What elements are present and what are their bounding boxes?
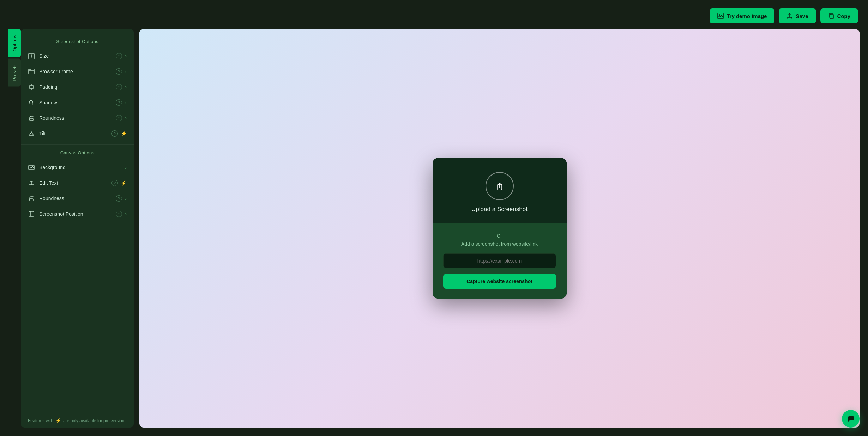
size-chevron: › <box>125 53 127 59</box>
capture-button[interactable]: Capture website screenshot <box>443 274 556 289</box>
edit-text-label: Edit Text <box>39 180 107 186</box>
copy-icon <box>828 13 834 19</box>
padding-chevron: › <box>125 84 127 90</box>
tilt-pro-badge: ⚡ <box>121 131 127 136</box>
background-controls: › <box>125 165 127 170</box>
roundness-controls: ? › <box>116 115 127 121</box>
sidebar-item-screenshot-position[interactable]: Screenshot Position ? › <box>21 206 134 222</box>
footer-note: Features with ⚡ are only available for p… <box>21 414 134 428</box>
roundness-chevron: › <box>125 115 127 121</box>
copy-label: Copy <box>837 13 851 19</box>
canvas-area[interactable]: Upload a Screenshot Or Add a screenshot … <box>139 29 860 428</box>
browser-frame-chevron: › <box>125 69 127 74</box>
roundness-help-icon[interactable]: ? <box>116 115 122 121</box>
browser-frame-controls: ? › <box>116 68 127 75</box>
padding-icon <box>28 84 35 91</box>
chat-bubble-button[interactable] <box>842 410 860 428</box>
background-label: Background <box>39 165 121 170</box>
sidebar-wrapper: Options Presets Screenshot Options <box>8 29 134 428</box>
sidebar-item-roundness[interactable]: Roundness ? › <box>21 110 134 126</box>
sidebar-content: Screenshot Options Size ? › <box>21 29 134 414</box>
browser-frame-label: Browser Frame <box>39 69 111 74</box>
tab-options[interactable]: Options <box>8 29 21 57</box>
tilt-help-icon[interactable]: ? <box>111 130 118 137</box>
upload-bottom: Or Add a screenshot from website/link Ca… <box>433 223 567 299</box>
image-icon <box>717 13 724 19</box>
edit-text-icon <box>28 179 35 186</box>
screenshot-position-controls: ? › <box>116 211 127 217</box>
size-help-icon[interactable]: ? <box>116 53 122 59</box>
footer-note-after: are only available for pro version. <box>63 418 126 423</box>
save-button[interactable]: Save <box>779 8 816 23</box>
browser-frame-help-icon[interactable]: ? <box>116 68 122 75</box>
svg-rect-2 <box>830 14 833 19</box>
sidebar-item-tilt[interactable]: Tilt ? ⚡ <box>21 126 134 141</box>
roundness-label: Roundness <box>39 115 111 121</box>
sidebar-item-edit-text[interactable]: Edit Text ? ⚡ <box>21 175 134 191</box>
main-layout: Options Presets Screenshot Options <box>8 29 860 428</box>
roundness-canvas-controls: ? › <box>116 195 127 202</box>
divider-1 <box>21 144 134 145</box>
sidebar-item-browser-frame[interactable]: Browser Frame ? › <box>21 64 134 79</box>
size-icon <box>28 53 35 60</box>
shadow-icon <box>28 99 35 106</box>
try-demo-button[interactable]: Try demo image <box>710 8 774 23</box>
edit-text-controls: ? ⚡ <box>111 180 127 186</box>
sidebar-panel: Screenshot Options Size ? › <box>21 29 134 428</box>
background-chevron: › <box>125 165 127 170</box>
roundness-canvas-label: Roundness <box>39 196 111 201</box>
copy-button[interactable]: Copy <box>820 8 858 23</box>
roundness-canvas-icon <box>28 195 35 202</box>
svg-rect-14 <box>30 199 33 201</box>
svg-point-6 <box>29 69 30 70</box>
svg-point-7 <box>30 69 31 70</box>
sidebar-item-shadow[interactable]: Shadow ? › <box>21 95 134 110</box>
upload-or-text: Or Add a screenshot from website/link <box>461 232 538 248</box>
tab-presets[interactable]: Presets <box>8 59 21 87</box>
side-tabs: Options Presets <box>8 29 21 428</box>
save-icon <box>786 13 793 19</box>
roundness-icon <box>28 115 35 122</box>
padding-controls: ? › <box>116 84 127 90</box>
tilt-icon <box>28 130 35 137</box>
upload-title: Upload a Screenshot <box>471 206 528 213</box>
screenshot-position-help-icon[interactable]: ? <box>116 211 122 217</box>
sidebar-item-background[interactable]: Background › <box>21 160 134 175</box>
try-demo-label: Try demo image <box>727 13 767 19</box>
upload-card: Upload a Screenshot Or Add a screenshot … <box>433 158 567 299</box>
tilt-label: Tilt <box>39 131 107 136</box>
screenshot-position-chevron: › <box>125 211 127 217</box>
app-container: Try demo image Save Copy <box>0 0 868 436</box>
svg-rect-15 <box>29 211 34 216</box>
padding-help-icon[interactable]: ? <box>116 84 122 90</box>
shadow-help-icon[interactable]: ? <box>116 99 122 106</box>
sidebar-item-padding[interactable]: Padding ? › <box>21 79 134 95</box>
top-bar: Try demo image Save Copy <box>8 8 860 23</box>
sidebar-item-size[interactable]: Size ? › <box>21 48 134 64</box>
roundness-canvas-help-icon[interactable]: ? <box>116 195 122 202</box>
screenshot-options-title: Screenshot Options <box>21 36 134 48</box>
footer-note-before: Features with <box>28 418 53 423</box>
upload-top[interactable]: Upload a Screenshot <box>433 158 567 223</box>
upload-icon-circle <box>486 172 514 200</box>
edit-text-help-icon[interactable]: ? <box>111 180 118 186</box>
roundness-canvas-chevron: › <box>125 196 127 201</box>
pro-lightning-icon: ⚡ <box>55 418 61 423</box>
svg-rect-12 <box>30 118 33 121</box>
canvas-options-title: Canvas Options <box>21 147 134 160</box>
screenshot-position-icon <box>28 210 35 217</box>
save-label: Save <box>796 13 808 19</box>
screenshot-position-label: Screenshot Position <box>39 211 111 217</box>
tilt-controls: ? ⚡ <box>111 130 127 137</box>
url-input[interactable] <box>443 253 556 268</box>
shadow-label: Shadow <box>39 100 111 105</box>
browser-frame-icon <box>28 68 35 75</box>
size-controls: ? › <box>116 53 127 59</box>
shadow-chevron: › <box>125 100 127 105</box>
shadow-controls: ? › <box>116 99 127 106</box>
edit-text-pro-badge: ⚡ <box>121 180 127 186</box>
background-icon <box>28 164 35 171</box>
size-label: Size <box>39 53 111 59</box>
sidebar-item-roundness-canvas[interactable]: Roundness ? › <box>21 191 134 206</box>
padding-label: Padding <box>39 84 111 90</box>
